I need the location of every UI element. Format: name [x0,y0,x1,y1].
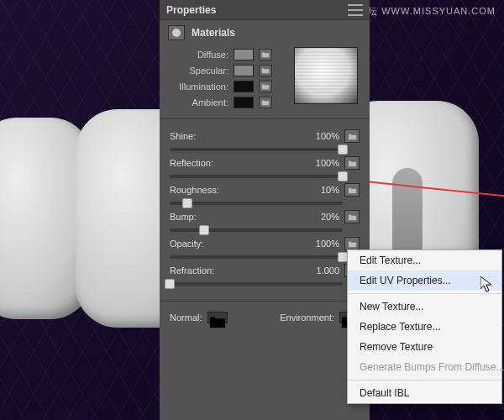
slider-thumb[interactable] [338,171,348,181]
color-properties-grid: Diffuse:Specular:Illumination:Ambient: [160,45,370,115]
menu-item[interactable]: Default IBL [348,383,501,403]
slider-track[interactable] [170,282,343,286]
slider-value[interactable]: 100% [316,131,344,141]
slider-folder-button[interactable] [344,237,360,250]
materials-section-header[interactable]: Materials [160,20,370,45]
texture-folder-button[interactable] [259,81,272,92]
panel-menu-icon[interactable] [348,4,363,16]
texture-folder-button[interactable] [259,65,272,76]
color-swatch[interactable] [234,49,254,60]
slider-row: Roughness:10% [170,183,360,205]
color-prop-label: Specular: [168,66,228,76]
slider-value[interactable]: 100% [316,158,344,168]
slider-row: Bump:20% [170,210,360,232]
slider-value[interactable]: 20% [321,212,344,222]
slider-track[interactable] [170,228,343,232]
slider-row: Reflection:100% [170,156,360,178]
properties-panel: Properties Materials Diffuse:Specular:Il… [160,0,370,420]
slider-label: Reflection: [170,158,230,168]
slider-value[interactable]: 100% [316,239,344,249]
menu-item: Generate Bumps From Diffuse... [348,357,501,377]
slider-thumb[interactable] [338,144,348,155]
texture-folder-button[interactable] [259,49,272,60]
slider-folder-button[interactable] [344,156,360,170]
menu-item[interactable]: Replace Texture... [348,317,501,337]
color-prop-label: Illumination: [168,81,228,92]
slider-label: Roughness: [170,185,230,195]
slider-track[interactable] [170,175,343,178]
slider-folder-button[interactable] [344,210,360,223]
bottom-row: Normal: Environment: [160,305,370,330]
menu-item[interactable]: Edit Texture... [348,250,501,270]
context-menu: Edit Texture...Edit UV Properties...New … [347,249,502,404]
slider-label: Shine: [170,131,230,141]
slider-thumb[interactable] [199,225,209,235]
environment-label: Environment: [280,312,334,323]
slider-value[interactable]: 10% [321,185,344,195]
color-swatch[interactable] [234,81,254,92]
slider-track[interactable] [170,255,343,259]
slider-row: Shine:100% [170,129,360,151]
texture-folder-button[interactable] [259,97,272,108]
slider-value[interactable]: 1.000 [316,265,344,276]
menu-separator [348,293,501,294]
slider-row: Opacity:100% [170,237,360,259]
menu-item[interactable]: Remove Texture [348,337,501,357]
menu-item[interactable]: New Texture... [348,297,501,317]
slider-group: Shine:100%Reflection:100%Roughness:10%Bu… [160,123,370,297]
color-prop-label: Diffuse: [168,50,228,60]
svg-point-0 [172,29,181,37]
separator [160,301,370,302]
slider-thumb[interactable] [182,198,192,208]
slider-folder-button[interactable] [344,129,360,143]
menu-item[interactable]: Edit UV Properties... [348,270,501,291]
normal-folder-button[interactable] [207,312,228,323]
normal-label: Normal: [170,312,202,323]
color-swatch[interactable] [234,65,254,76]
panel-header[interactable]: Properties [160,0,370,20]
separator [160,118,370,119]
slider-track[interactable] [170,202,343,205]
slider-thumb[interactable] [165,279,175,289]
materials-icon [168,25,185,40]
materials-label: Materials [192,27,235,39]
material-preview[interactable] [294,47,358,104]
color-prop-label: Ambient: [168,97,228,108]
panel-title: Properties [166,4,216,16]
slider-folder-button[interactable] [344,183,360,197]
slider-row: Refraction:1.000 [170,264,360,286]
slider-label: Refraction: [170,265,230,276]
slider-label: Opacity: [170,239,230,249]
slider-label: Bump: [170,212,230,222]
color-swatch[interactable] [234,97,254,108]
slider-track[interactable] [170,148,343,151]
menu-separator [348,380,501,381]
